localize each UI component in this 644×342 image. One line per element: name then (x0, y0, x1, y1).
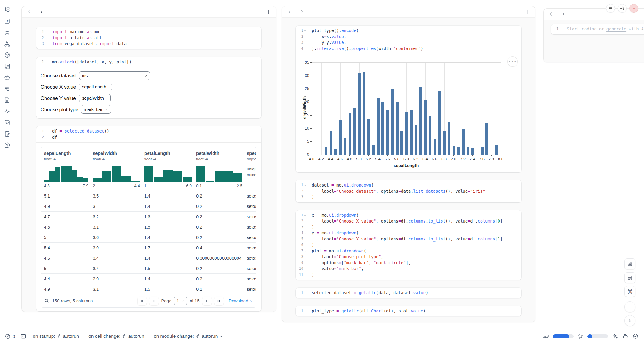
code-line: label="Choose dataset", options=data.lis… (308, 188, 485, 194)
first-page-button[interactable] (138, 297, 147, 305)
new-cell-editor[interactable]: 1Start coding or generate with AI (551, 24, 644, 34)
keyboard-shortcuts-icon[interactable]: ⌘ (624, 286, 635, 297)
chart-bar (381, 102, 384, 155)
last-page-button[interactable] (214, 297, 224, 305)
add-cell-icon[interactable] (265, 9, 272, 15)
code-editor[interactable]: 1x = mo.ui.dropdown(2 label="Choose X va… (296, 210, 521, 280)
packages-icon[interactable] (3, 51, 11, 59)
code-editor[interactable]: 1plot_type().encode(2 x=x.value,3 y=y.va… (296, 26, 521, 54)
line-number: 1 (551, 26, 563, 32)
search-icon[interactable] (44, 298, 49, 304)
chart-menu-icon[interactable]: ••• (507, 56, 518, 67)
stop-icon[interactable] (624, 301, 635, 312)
table-row[interactable]: 5.13.51.40.2setosa (41, 191, 256, 201)
tracing-icon[interactable] (3, 108, 11, 115)
table-cell: 5 (44, 266, 93, 271)
run-icon[interactable] (624, 315, 635, 326)
chart-bar (330, 131, 332, 155)
table-cell: 0.2 (196, 266, 247, 271)
column-header-petalWidth[interactable]: petalWidthfloat640.12.5 (196, 151, 247, 188)
column-next-icon[interactable] (560, 11, 567, 17)
logs-icon[interactable] (3, 62, 11, 70)
table-row[interactable]: 4.42.91.40.2setosa (41, 273, 256, 284)
file-tree-icon[interactable] (3, 6, 11, 13)
table-row[interactable]: 5.43.91.70.4setosa (41, 242, 256, 253)
on-startup-setting[interactable]: on startup: autorun (28, 333, 84, 339)
add-cell-icon[interactable] (524, 9, 531, 15)
save-icon[interactable] (624, 258, 635, 269)
table-row[interactable]: 4.63.41.40.30000000000000004setosa (41, 253, 256, 263)
table-row[interactable]: 4.63.11.50.2setosa (41, 222, 256, 232)
table-cell: 1.4 (144, 235, 196, 240)
code-editor[interactable]: 1import marimo as mo2import altair as al… (36, 27, 261, 49)
table-cell: 3.4 (93, 256, 144, 261)
ai-sparkles-icon[interactable] (612, 333, 618, 339)
table-row[interactable]: 4.73.21.30.2setosa (41, 211, 256, 222)
terminal-icon[interactable] (20, 333, 26, 339)
database-icon[interactable] (3, 29, 11, 36)
cell-dataframe: 1df = selected_dataset()2df sepalLengthf… (36, 126, 261, 311)
code-line: plot = mo.ui.dropdown( (308, 248, 366, 254)
table-row[interactable]: 53.61.40.2setosa (41, 232, 256, 242)
table-row[interactable]: 53.41.50.2setosa (41, 263, 256, 273)
x-value-select[interactable]: sepalLength (79, 83, 112, 91)
table-cell: 5 (44, 235, 93, 240)
connection-status-icon[interactable] (632, 333, 639, 339)
ram-usage-meter (553, 334, 574, 338)
column-next-icon[interactable] (38, 9, 45, 15)
lightning-icon (196, 334, 200, 338)
column-header-sepalWidth[interactable]: sepalWidthfloat6424.4 (93, 151, 144, 188)
line-number: 1 (36, 59, 48, 65)
code-editor[interactable]: 1plot_type = getattr(alt.Chart(df), plot… (296, 306, 521, 316)
errors-icon[interactable]: 0 (5, 333, 15, 339)
column-next-icon[interactable] (299, 9, 305, 15)
search-list-icon[interactable] (3, 85, 11, 92)
marimo-notebook-app: f 1import marimo as mo2import altair as … (0, 0, 644, 342)
column-header-sepalLength[interactable]: sepalLengthfloat644.37.9 (44, 151, 93, 188)
scratchpad-icon[interactable] (3, 130, 11, 137)
layout-icon[interactable] (624, 272, 635, 283)
code-editor[interactable]: 1dataset = mo.ui.dropdown(2 label="Choos… (296, 180, 521, 202)
download-button[interactable]: Download (229, 298, 253, 303)
documentation-icon[interactable] (3, 96, 11, 104)
settings-gear-icon[interactable] (618, 4, 627, 13)
table-cell: 4.9 (44, 287, 93, 292)
table-row[interactable]: 4.93.11.50.1setosa (41, 284, 256, 294)
table-cell: setosa (247, 276, 256, 281)
functions-icon[interactable]: f (3, 17, 11, 25)
ai-chat-icon[interactable] (3, 74, 11, 81)
dataset-select[interactable]: iris (79, 71, 150, 80)
code-line: y=y.value, (308, 40, 346, 46)
altair-bar-chart[interactable]: 4.04.24.44.64.85.05.25.45.65.86.06.26.46… (296, 54, 521, 172)
column-header-species[interactable]: speciesobjectunique:nulls: (247, 151, 256, 188)
table-cell: 1.4 (144, 256, 196, 261)
table-cell: 1.7 (144, 245, 196, 250)
code-line: dataset = mo.ui.dropdown( (308, 182, 374, 188)
snippets-icon[interactable] (3, 119, 11, 126)
on-module-change-setting[interactable]: on module change: autorun (149, 333, 228, 339)
next-page-button[interactable] (202, 297, 212, 305)
column-1-header (22, 6, 276, 18)
table-cell: 0.30000000000000004 (196, 256, 247, 261)
dataframe-output: sepalLengthfloat644.37.9sepalWidthfloat6… (36, 142, 261, 308)
dependency-graph-icon[interactable] (3, 40, 11, 47)
line-number: 3 (296, 194, 308, 200)
plot-type-select[interactable]: mark_bar (81, 105, 111, 114)
line-number: 7 (296, 248, 308, 254)
column-prev-icon[interactable] (26, 9, 33, 15)
column-header-petalLength[interactable]: petalLengthfloat6416.9 (144, 151, 196, 188)
shutdown-close-icon[interactable] (629, 4, 638, 13)
code-editor[interactable]: 1df = selected_dataset()2df (36, 126, 261, 142)
prev-page-button[interactable] (149, 297, 159, 305)
page-select[interactable]: 1 (174, 297, 187, 305)
column-prev-icon[interactable] (548, 11, 555, 17)
table-row[interactable]: 4.931.40.2setosa (41, 201, 256, 211)
code-editor[interactable]: 1selected_dataset = getattr(data, datase… (296, 288, 521, 298)
help-icon[interactable] (3, 141, 11, 149)
on-cell-change-setting[interactable]: on cell change: autorun (84, 333, 149, 339)
column-prev-icon[interactable] (286, 9, 293, 15)
chat-bot-icon[interactable] (622, 333, 628, 340)
menu-icon[interactable] (606, 4, 615, 13)
y-value-select[interactable]: sepalWidth (79, 94, 111, 102)
code-editor[interactable]: 1mo.vstack([dataset, x, y, plot]) (36, 57, 261, 67)
